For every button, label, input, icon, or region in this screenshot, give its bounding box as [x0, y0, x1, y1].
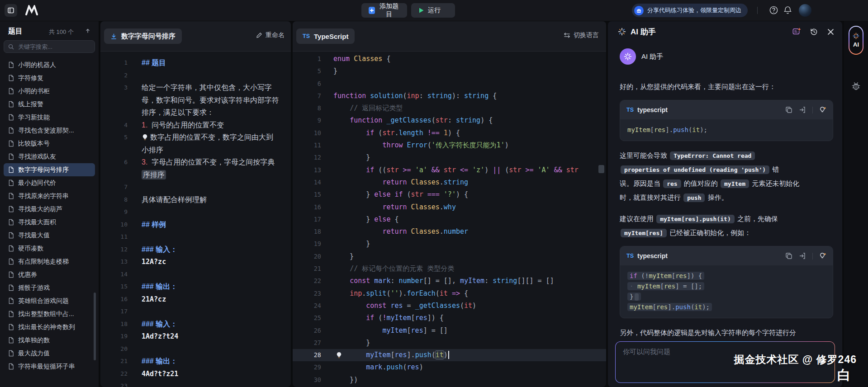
code-line[interactable]: 24 const res = _getClasses(it)	[293, 300, 606, 312]
sidebar-item[interactable]: 摇骰子游戏	[4, 281, 95, 294]
md-row[interactable]: 17	[100, 305, 291, 318]
md-row[interactable]: 41. 问号的占用的位置不变	[100, 119, 291, 132]
sidebar-item[interactable]: 英雄组合游戏问题	[4, 294, 95, 307]
code-line[interactable]: 5}	[293, 65, 606, 77]
md-row[interactable]: 20	[100, 343, 291, 355]
code-line[interactable]: 17 } else {	[293, 213, 606, 226]
md-row[interactable]: 小排序	[100, 144, 291, 156]
sidebar-item[interactable]: 最大战力值	[4, 347, 95, 360]
code-line[interactable]: 16 return Classes.why	[293, 201, 606, 213]
copy-icon[interactable]	[785, 106, 792, 113]
help-icon[interactable]	[769, 5, 778, 15]
insert-code-icon[interactable]	[799, 252, 806, 260]
copy-icon[interactable]	[785, 252, 792, 260]
md-row[interactable]: 18### 输入：	[100, 318, 291, 330]
user-avatar[interactable]	[799, 4, 811, 17]
md-row[interactable]: 63. 字母占用的位置不变，字母之间按字典	[100, 156, 291, 169]
insert-code-icon[interactable]	[799, 106, 806, 113]
md-row[interactable]: 8具体请配合样例理解	[100, 194, 291, 206]
sidebar-item[interactable]: 寻找包含斐波那契...	[4, 124, 95, 137]
sidebar-item[interactable]: 寻找原来的字符串	[4, 189, 95, 203]
sidebar-scrollbar[interactable]	[94, 293, 96, 360]
bug-icon[interactable]	[851, 81, 861, 91]
sidebar-item[interactable]: 最小趋同代价	[4, 176, 95, 189]
close-icon[interactable]	[827, 28, 834, 35]
md-row[interactable]: 排序，满足以下要求：	[100, 106, 291, 119]
code-line[interactable]: 6	[293, 78, 606, 90]
code-line[interactable]: 27 }	[293, 337, 606, 349]
sidebar-item[interactable]: 有点限制地走楼梯	[4, 255, 95, 268]
add-problem-button[interactable]: 添加题目	[361, 3, 407, 18]
apply-suggestion-icon[interactable]	[819, 252, 826, 260]
sidebar-item[interactable]: 字符串最短循环子串	[4, 360, 95, 373]
run-button[interactable]: 运行	[411, 3, 455, 18]
markdown-editor[interactable]: 1## 题目23给定一个字符串，其中仅包含，大小写字母，数字和问号。要求对该字符…	[100, 51, 291, 387]
promo-banner[interactable]: 分享代码练习体验，领限量定制周边	[632, 4, 748, 17]
code-line[interactable]: 20 }	[293, 250, 606, 263]
code-line[interactable]: 11 throw Error('传入字符长度只能为1')	[293, 139, 606, 151]
code-line[interactable]: 26 myItem[res] = []	[293, 325, 606, 337]
code-line[interactable]: 7function solution(inp: string): string …	[293, 90, 606, 102]
md-row[interactable]: 23	[100, 380, 291, 387]
md-row[interactable]: 母，数字和问号。要求对该字符串内部字符	[100, 94, 291, 107]
code-line[interactable]: 1enum Classes {	[293, 53, 606, 65]
md-row[interactable]: 21### 输出：	[100, 355, 291, 368]
code-line[interactable]: 18 return Classes.number	[293, 226, 606, 238]
md-row[interactable]: 15### 输出：	[100, 280, 291, 293]
problem-tab[interactable]: 数字字母问号排序	[104, 28, 182, 44]
ai-rail-button[interactable]: AI	[849, 26, 863, 55]
code-line[interactable]: 23 inp.split('').forEach(it => {	[293, 288, 606, 300]
code-line[interactable]: 12 }	[293, 151, 606, 164]
chevron-up-icon[interactable]	[85, 28, 90, 33]
search-input[interactable]	[17, 43, 87, 51]
md-row[interactable]: 1## 题目	[100, 57, 291, 69]
code-line[interactable]: 30 })	[293, 374, 606, 386]
code-line[interactable]: 21 // 标记每个位置的元素 类型分类	[293, 263, 606, 275]
md-row[interactable]: 12### 输入：	[100, 243, 291, 256]
sidebar-item[interactable]: 小明的机器人	[4, 61, 95, 71]
sidebar-item[interactable]: 硬币凑数	[4, 242, 95, 255]
md-row[interactable]: 10## 样例	[100, 218, 291, 231]
editor-scrollbar[interactable]	[598, 165, 604, 173]
code-line[interactable]: 10 if (str.length !== 1) {	[293, 127, 606, 139]
sidebar-item[interactable]: 找单独的数	[4, 334, 95, 347]
code-line[interactable]: 9 function _getClasses(str: string) {	[293, 114, 606, 127]
code-line[interactable]: 29 mark.push(res)	[293, 361, 606, 373]
md-row[interactable]: 191Ad?z?t24	[100, 330, 291, 343]
md-row[interactable]: 9	[100, 206, 291, 218]
new-chat-icon[interactable]	[792, 28, 801, 36]
search-box[interactable]	[4, 40, 95, 53]
md-row[interactable]: 5 数字占用的位置不变，数字之间由大到	[100, 131, 291, 144]
sidebar-item[interactable]: 数字字母问号排序	[4, 163, 95, 176]
md-row[interactable]: 2	[100, 69, 291, 82]
md-row[interactable]: 224Ad?t?z21	[100, 368, 291, 380]
sidebar-item[interactable]: 寻找游戏队友	[4, 150, 95, 163]
sidebar-item[interactable]: 寻找最大面积	[4, 216, 95, 229]
code-line[interactable]: 22 const mark: number[] = [], myItem: st…	[293, 275, 606, 287]
sidebar-item[interactable]: 找出整型数组中占...	[4, 307, 95, 321]
md-row[interactable]: 7	[100, 181, 291, 194]
sidebar-item[interactable]: 学习新技能	[4, 111, 95, 124]
sidebar-item[interactable]: 字符修复	[4, 71, 95, 85]
apply-suggestion-icon[interactable]	[819, 106, 826, 113]
code-line[interactable]: 28 myItem[res].push(it)	[293, 349, 606, 361]
sidebar-item[interactable]: 线上报警	[4, 98, 95, 111]
switch-language-button[interactable]: 切换语言	[564, 31, 599, 39]
history-icon[interactable]	[810, 28, 818, 36]
code-line[interactable]: 15 } else if (str === '?') {	[293, 189, 606, 201]
md-row[interactable]: 序排序	[100, 169, 291, 181]
sidebar-item[interactable]: 寻找最大的葫芦	[4, 203, 95, 216]
code-line[interactable]: 19 }	[293, 238, 606, 250]
code-line[interactable]: 25 if (!myItem[res]) {	[293, 312, 606, 324]
panel-toggle-button[interactable]	[5, 4, 17, 17]
language-tab[interactable]: TS TypeScript	[296, 28, 355, 44]
sidebar-item[interactable]: 小明的书柜	[4, 85, 95, 98]
sidebar-item[interactable]: 比较版本号	[4, 137, 95, 150]
sidebar-item[interactable]: 优惠券	[4, 268, 95, 281]
code-line[interactable]: 14 return Classes.string	[293, 176, 606, 189]
bell-icon[interactable]	[783, 5, 792, 15]
rename-button[interactable]: 重命名	[256, 31, 285, 39]
code-line[interactable]: 8 // 返回标记类型	[293, 102, 606, 114]
sidebar-item[interactable]: 寻找最大值	[4, 229, 95, 242]
sidebar-item[interactable]: 找出最长的神奇数列	[4, 321, 95, 334]
